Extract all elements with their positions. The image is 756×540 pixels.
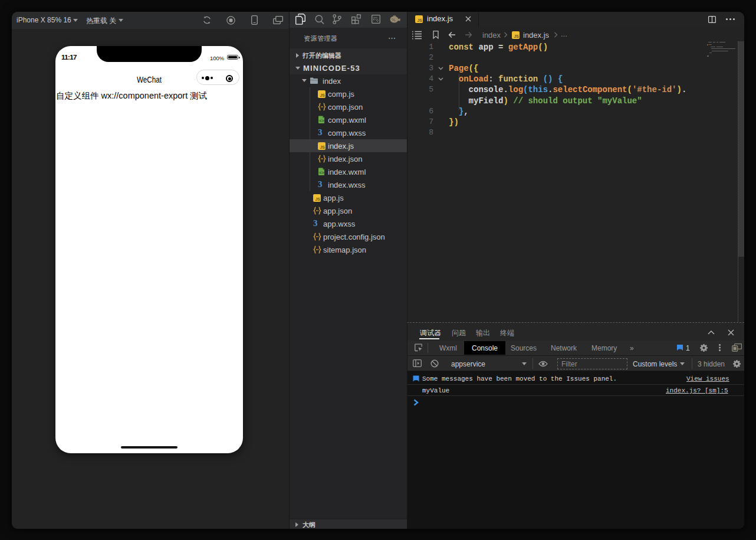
svg-text:<>: <> [319, 119, 324, 123]
svg-text:<>: <> [319, 171, 324, 175]
